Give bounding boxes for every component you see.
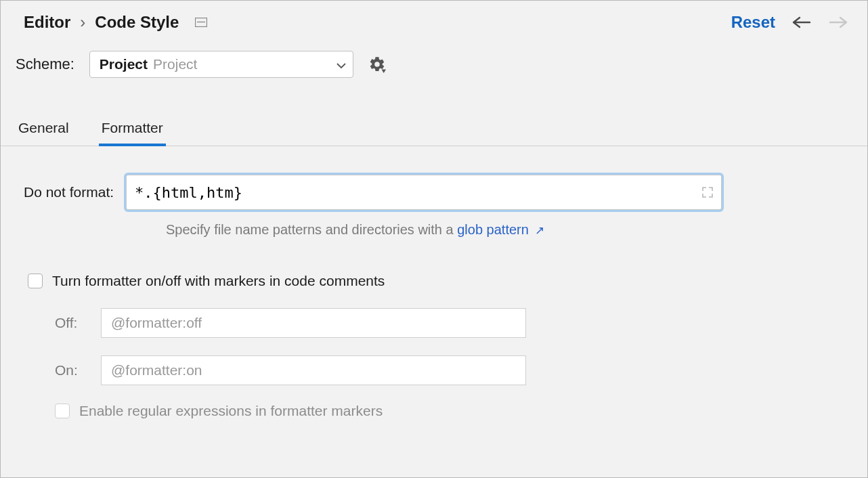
on-label: On: [55, 362, 90, 378]
reset-button[interactable]: Reset [731, 13, 775, 32]
breadcrumb-editor[interactable]: Editor [24, 13, 70, 32]
scheme-select[interactable]: Project Project [89, 51, 353, 78]
glob-hint: Specify file name patterns and directori… [166, 222, 844, 238]
header-actions: Reset [731, 13, 848, 32]
glob-pattern-link[interactable]: glob pattern [457, 222, 529, 237]
glob-hint-text: Specify file name patterns and directori… [166, 222, 457, 237]
off-input [101, 308, 526, 338]
tab-formatter[interactable]: Formatter [100, 113, 165, 146]
external-link-icon: ↗ [535, 224, 544, 237]
on-input [101, 355, 526, 385]
regex-checkbox [55, 404, 70, 418]
regex-checkbox-row: Enable regular expressions in formatter … [55, 403, 844, 419]
markers-checkbox-label: Turn formatter on/off with markers in co… [52, 273, 385, 289]
regex-checkbox-label: Enable regular expressions in formatter … [79, 403, 383, 419]
off-row: Off: [55, 308, 844, 338]
do-not-format-input-wrap [126, 175, 722, 210]
forward-arrow-icon[interactable] [828, 16, 848, 29]
gear-icon[interactable] [368, 56, 386, 73]
markers-checkbox[interactable] [28, 274, 43, 288]
markers-sub-block: Off: On: Enable regular expressions in f… [55, 308, 844, 419]
breadcrumb: Editor › Code Style [24, 13, 207, 32]
do-not-format-label: Do not format: [24, 184, 114, 200]
scheme-row: Scheme: Project Project [1, 39, 867, 94]
header: Editor › Code Style Reset [1, 1, 867, 39]
do-not-format-row: Do not format: [24, 175, 844, 210]
markers-section: Turn formatter on/off with markers in co… [28, 273, 844, 419]
collapse-icon[interactable] [195, 18, 207, 27]
scheme-selected-muted: Project [153, 56, 197, 72]
do-not-format-input[interactable] [126, 175, 722, 210]
tab-general[interactable]: General [17, 113, 70, 146]
on-row: On: [55, 355, 844, 385]
chevron-down-icon [337, 56, 346, 72]
off-label: Off: [55, 315, 90, 331]
tabs: General Formatter [1, 113, 867, 146]
markers-checkbox-row: Turn formatter on/off with markers in co… [28, 273, 844, 289]
breadcrumb-code-style: Code Style [95, 13, 179, 32]
back-arrow-icon[interactable] [791, 16, 812, 29]
expand-icon[interactable] [701, 186, 714, 198]
scheme-selected-bold: Project [100, 56, 148, 72]
settings-panel: Editor › Code Style Reset Scheme: Projec… [0, 0, 868, 478]
content: Do not format: Specify file name pattern… [1, 146, 867, 419]
breadcrumb-separator: › [80, 13, 85, 32]
scheme-label: Scheme: [16, 56, 74, 73]
